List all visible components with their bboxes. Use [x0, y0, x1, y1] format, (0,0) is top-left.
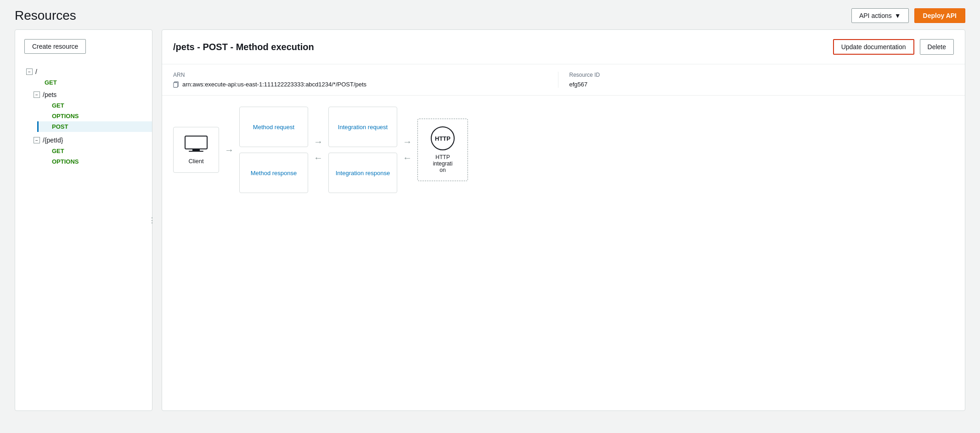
client-icon — [184, 135, 208, 154]
petid-children: GET OPTIONS — [30, 146, 152, 167]
tree-path-petid: /{petId} — [43, 137, 63, 144]
integration-request-box[interactable]: Integration request — [328, 107, 397, 147]
arrow-http-to-int-resp: ← — [397, 153, 417, 163]
expand-icon-petid: − — [34, 137, 40, 143]
method-actions: Update documentation Delete — [833, 39, 954, 55]
tree-item-petid: − /{petId} GET OPTIONS — [30, 133, 152, 168]
arrow-method-resp-from-int-resp: ← — [308, 153, 328, 163]
http-integration-box[interactable]: HTTP HTTPintegration — [417, 119, 468, 181]
tree-method-pets-options[interactable]: OPTIONS — [37, 111, 152, 121]
http-label: HTTP — [435, 135, 451, 142]
method-header: /pets - POST - Method execution Update d… — [162, 30, 965, 64]
arrow-int-req-to-http: → — [397, 137, 417, 147]
tree-method-pets-get[interactable]: GET — [37, 100, 152, 111]
svg-rect-3 — [192, 149, 200, 151]
arrow-method-req-to-int-req: → — [308, 137, 328, 147]
method-request-label: Method request — [253, 124, 294, 131]
tree-item-pets: − /pets GET OPTIONS POST — [30, 88, 152, 133]
integration-request-label: Integration request — [338, 124, 388, 131]
deploy-api-button[interactable]: Deploy API — [914, 8, 965, 23]
tree-method-petid-get[interactable]: GET — [37, 146, 152, 156]
http-integration-label: HTTPintegration — [433, 154, 453, 173]
svg-rect-4 — [189, 151, 203, 152]
resource-id-value: efg567 — [569, 81, 954, 88]
client-label: Client — [188, 158, 203, 165]
arrows-col-2: → ← — [397, 137, 417, 163]
method-title: /pets - POST - Method execution — [173, 42, 314, 52]
copy-icon[interactable] — [173, 81, 180, 88]
page-title: Resources — [15, 8, 76, 23]
resource-id-col: Resource ID efg567 — [558, 72, 954, 88]
meta-row: ARN arn:aws:execute-api:us-east-1:111122… — [162, 64, 965, 96]
method-response-box[interactable]: Method response — [239, 153, 308, 193]
left-panel: Create resource − / GET − /pets — [15, 29, 152, 411]
api-actions-label: API actions — [859, 12, 892, 19]
expand-icon-root: − — [26, 68, 33, 75]
tree-path-pets: /pets — [43, 91, 56, 98]
page-header: Resources API actions ▼ Deploy API — [0, 0, 980, 29]
tree-item-root: − / GET − /pets GET OPTIONS POS — [23, 65, 152, 170]
main-content: Create resource − / GET − /pets — [0, 29, 980, 426]
tree-method-pets-post[interactable]: POST — [37, 121, 152, 132]
integration-response-label: Integration response — [336, 170, 390, 177]
create-resource-button[interactable]: Create resource — [24, 39, 86, 54]
method-request-box[interactable]: Method request — [239, 107, 308, 147]
resource-tree: − / GET − /pets GET OPTIONS POS — [15, 65, 152, 170]
arn-value-row: arn:aws:execute-api:us-east-1:1111222233… — [173, 81, 558, 88]
tree-label-pets[interactable]: − /pets — [30, 89, 152, 100]
http-circle: HTTP — [431, 126, 455, 150]
delete-button[interactable]: Delete — [920, 39, 954, 55]
method-flow-column: Method request Method response — [239, 107, 308, 193]
pets-children: GET OPTIONS POST — [30, 100, 152, 132]
tree-label-petid[interactable]: − /{petId} — [30, 135, 152, 146]
integration-response-box[interactable]: Integration response — [328, 153, 397, 193]
root-children: GET − /pets GET OPTIONS POST — [23, 77, 152, 168]
update-documentation-button[interactable]: Update documentation — [833, 39, 914, 55]
client-box: Client — [173, 127, 219, 173]
integration-flow-column: Integration request Integration response — [328, 107, 397, 193]
flow-diagram: Client → Method request Method response … — [162, 96, 965, 204]
tree-method-petid-options[interactable]: OPTIONS — [37, 156, 152, 167]
header-actions: API actions ▼ Deploy API — [851, 8, 965, 23]
tree-label-root[interactable]: − / — [23, 66, 152, 77]
tree-method-root-get[interactable]: GET — [30, 77, 152, 88]
chevron-down-icon: ▼ — [895, 12, 901, 19]
method-response-label: Method response — [251, 170, 297, 177]
expand-icon-pets: − — [34, 91, 40, 98]
resize-handle[interactable]: ⋮ — [150, 211, 154, 229]
resource-id-label: Resource ID — [569, 72, 954, 78]
tree-path-root: / — [35, 68, 37, 75]
svg-rect-1 — [174, 83, 178, 88]
resource-id-text: efg567 — [569, 81, 588, 88]
arn-label: ARN — [173, 72, 558, 78]
arn-col: ARN arn:aws:execute-api:us-east-1:111122… — [173, 72, 558, 88]
svg-rect-2 — [185, 136, 207, 149]
api-actions-button[interactable]: API actions ▼ — [851, 8, 909, 23]
arn-value: arn:aws:execute-api:us-east-1:1111222233… — [182, 81, 366, 88]
arrows-col-1: → ← — [308, 137, 328, 163]
right-panel: /pets - POST - Method execution Update d… — [162, 29, 965, 411]
arrow-client-to-method-request: → — [219, 145, 239, 155]
